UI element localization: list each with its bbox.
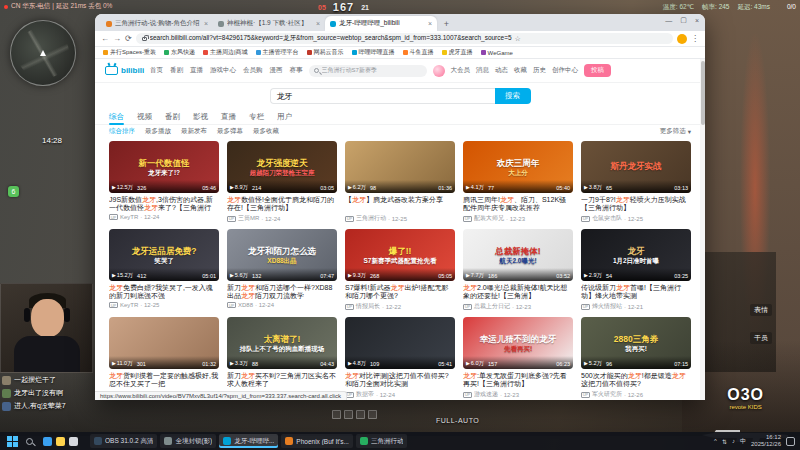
bookmark-item[interactable]: 主播周边|商城 [203, 48, 248, 57]
browser-tab[interactable]: 龙牙-哔哩哔哩_bilibili × [325, 16, 437, 31]
header-nav-item[interactable]: 直播 [190, 66, 203, 75]
sort-option[interactable]: 最多收藏 [253, 127, 279, 136]
bookmark-item[interactable]: 网易云音乐 [307, 48, 344, 57]
video-uploader[interactable]: UP 情报局长 12-22 [345, 302, 455, 311]
video-thumbnail[interactable]: ▶11.0万 301 01:32 [109, 317, 219, 369]
taskbar-app-button[interactable]: 龙牙-哔哩哔... [219, 434, 278, 448]
bilibili-logo[interactable]: bilibili [105, 66, 144, 75]
bookmark-item[interactable]: 哔哩哔哩直播 [352, 48, 395, 57]
video-card[interactable]: 欢庆三周年 大上分 ▶4.1万 77 05:40 腾讯三周年!龙牙、陌刀、S12… [463, 141, 573, 223]
video-thumbnail[interactable]: ▶4.8万 109 05:41 [345, 317, 455, 369]
tray-caret-icon[interactable]: ^ [714, 438, 717, 444]
video-uploader[interactable]: UP 三角洲行动 12-25 [345, 214, 455, 223]
forward-icon[interactable]: → [113, 35, 121, 43]
sort-option[interactable]: 最多播放 [145, 127, 171, 136]
header-nav-item[interactable]: 番剧 [170, 66, 183, 75]
header-nav-item[interactable]: 会员购 [243, 66, 263, 75]
video-uploader[interactable]: UP KeyTR 12-24 [109, 214, 219, 220]
video-thumbnail[interactable]: 欢庆三周年 大上分 ▶4.1万 77 05:40 [463, 141, 573, 193]
game-menu-label[interactable]: 表情 [750, 304, 772, 316]
scrollbar-thumb[interactable] [701, 61, 705, 125]
tab-close-icon[interactable]: × [316, 20, 320, 27]
video-uploader[interactable]: UP 配装大师兄 12-23 [463, 214, 573, 223]
video-title[interactable]: 龙牙货到!摸着一定要的触感极好,我忍不住又买了一把 [109, 372, 219, 388]
header-nav-item[interactable]: 漫画 [270, 66, 283, 75]
video-title[interactable]: 传说级新刀龙牙首曝!【三角洲行动】烽火地带实测 [581, 284, 691, 300]
search-input[interactable]: 龙牙 [270, 88, 495, 104]
bookmark-star-icon[interactable]: ☆ [515, 35, 521, 42]
video-uploader[interactable]: UP 游戏速递 12-23 [463, 390, 573, 399]
clock[interactable]: 16:12 2025/12/26 [751, 434, 781, 448]
result-tab[interactable]: 影视 [193, 109, 208, 125]
browser-menu-icon[interactable]: ⋮ [691, 35, 699, 43]
video-title[interactable]: 一刀9千8?!龙牙轻喷火力压制实战【三角洲行动】 [581, 196, 691, 212]
video-title[interactable]: 500次才能买的龙牙!都是锻造龙牙这把刀值不值得买? [581, 372, 691, 388]
video-title[interactable]: J9S新数值龙牙,3倍伤害的武器,新一代数值怪龙牙来了?【三角洲行动】 [109, 196, 219, 212]
browser-tab[interactable]: 神棍神棍·【1.9 下载·社区】 × [213, 16, 325, 31]
video-title[interactable]: 龙牙数值怪!全面优于腾龙和陌刀的存在!【三角洲行动】 [227, 196, 337, 212]
taskbar-app-button[interactable]: 全境封锁(影) [160, 434, 216, 448]
video-uploader[interactable]: UP 仓鼠突击队 12-25 [581, 214, 691, 223]
video-thumbnail[interactable]: 幸运儿猜不到的龙牙 先看再买! ▶6.0万 157 06:23 [463, 317, 573, 369]
header-action-item[interactable]: 消息 [476, 66, 489, 75]
game-menu-label[interactable]: 干员 [750, 332, 772, 344]
video-card[interactable]: 龙牙和陌刀怎么选 XD88出品 ▶5.6万 132 07:47 新刀龙牙和陌刀选… [227, 229, 337, 311]
video-card[interactable]: 斯丹龙牙实战 ▶3.8万 65 03:13 一刀9千8?!龙牙轻喷火力压制实战【… [581, 141, 691, 223]
header-nav-item[interactable]: 游戏中心 [210, 66, 236, 75]
header-nav-item[interactable]: 首页 [150, 66, 163, 75]
video-card[interactable]: 总裁新掩体! 航天2.0曝光! ▶7.7万 186 03:52 龙牙2.0曝光!… [463, 229, 573, 311]
header-action-item[interactable]: 创作中心 [552, 66, 578, 75]
video-title[interactable]: 龙牙2.0曝光!总裁新掩体!航天比想象的还要扯!【三角洲】 [463, 284, 573, 300]
video-title[interactable]: 新刀龙牙买不到?三角洲刀区实名不求人教程来了 [227, 372, 337, 388]
video-card[interactable]: ▶4.8万 109 05:41 龙牙对比评测|这把刀值不值得买?和陌刀全面对比实… [345, 317, 455, 399]
video-title[interactable]: 龙牙对比评测|这把刀值不值得买?和陌刀全面对比实测 [345, 372, 455, 388]
notification-icon[interactable] [786, 437, 795, 446]
result-tab[interactable]: 综合 [109, 109, 124, 125]
bookmark-item[interactable]: WeGame [481, 50, 513, 56]
taskbar-app-button[interactable]: OBS 31.0.2 高清 [90, 434, 157, 448]
video-card[interactable]: 幸运儿猜不到的龙牙 先看再买! ▶6.0万 157 06:23 龙牙:单发无敌蛋… [463, 317, 573, 399]
network-icon[interactable]: ⇅ [722, 438, 727, 445]
pinned-app-icon[interactable] [69, 437, 78, 446]
video-uploader[interactable]: UP XD88 12-24 [227, 302, 337, 308]
address-bar[interactable]: search.bilibili.com/all?vt=84296175&keyw… [136, 33, 673, 44]
upload-button[interactable]: 投稿 [584, 64, 611, 77]
video-thumbnail[interactable]: 龙牙和陌刀怎么选 XD88出品 ▶5.6万 132 07:47 [227, 229, 337, 281]
header-action-item[interactable]: 历史 [533, 66, 546, 75]
maximize-button[interactable]: ▢ [680, 16, 687, 24]
bookmark-item[interactable]: 斗鱼直播 [403, 48, 434, 57]
taskbar-search-icon[interactable] [26, 438, 33, 445]
video-uploader[interactable]: UP 烽火情报站 12-21 [581, 302, 691, 311]
video-card[interactable]: 新一代数值怪 龙牙来了!? ▶12.5万 326 05:46 J9S新数值龙牙,… [109, 141, 219, 223]
header-action-item[interactable]: 收藏 [514, 66, 527, 75]
tab-close-icon[interactable]: × [204, 20, 208, 27]
video-uploader[interactable]: UP 数据帝 12-24 [345, 390, 455, 399]
tab-close-icon[interactable]: × [428, 20, 432, 27]
sort-option[interactable]: 最多弹幕 [217, 127, 243, 136]
search-button[interactable]: 搜索 [495, 88, 531, 104]
minimize-button[interactable]: — [665, 17, 672, 24]
bookmark-item[interactable]: 并行Spaces-重装 [103, 48, 156, 57]
header-action-item[interactable]: 动态 [495, 66, 508, 75]
result-tab[interactable]: 视频 [137, 109, 152, 125]
video-thumbnail[interactable]: 太离谱了! 排队上不了号的狗血断播现场 ▶3.3万 88 04:43 [227, 317, 337, 369]
video-card[interactable]: 龙牙强度逆天 超越陌刀荣登枪王宝座 ▶8.9万 214 03:05 龙牙数值怪!… [227, 141, 337, 223]
video-card[interactable]: ▶6.2万 98 01:36 【龙牙】腾龙武器改装方案分享 UP 三角洲行动 1… [345, 141, 455, 223]
header-nav-item[interactable]: 赛事 [290, 66, 303, 75]
video-thumbnail[interactable]: 总裁新掩体! 航天2.0曝光! ▶7.7万 186 03:52 [463, 229, 573, 281]
video-uploader[interactable]: UP KeyTR 12-25 [109, 302, 219, 308]
bookmark-item[interactable]: 主播管理平台 [256, 48, 299, 57]
result-tab[interactable]: 专栏 [249, 109, 264, 125]
video-thumbnail[interactable]: 龙牙强度逆天 超越陌刀荣登枪王宝座 ▶8.9万 214 03:05 [227, 141, 337, 193]
video-card[interactable]: 龙牙运品居免费? 笑哭了 ▶15.2万 412 05:01 龙牙免费白嫖?我笑哭… [109, 229, 219, 311]
page-scrollbar[interactable] [700, 59, 705, 400]
sort-option[interactable]: 综合排序 [109, 127, 135, 136]
volume-icon[interactable]: ♪ [732, 438, 735, 444]
user-avatar[interactable] [433, 65, 445, 77]
video-thumbnail[interactable]: ▶6.2万 98 01:36 [345, 141, 455, 193]
video-title[interactable]: 龙牙:单发无敌蛋刀到底多强?先看再买!【三角洲行动】 [463, 372, 573, 388]
browser-tab[interactable]: 三角洲行动-说·购物-角色介绍 × [101, 16, 213, 31]
back-icon[interactable]: ← [101, 35, 109, 43]
video-thumbnail[interactable]: 爆了!! S7新赛季武器配置抢先看 ▶9.3万 268 05:05 [345, 229, 455, 281]
bookmark-item[interactable]: 东风快递 [164, 48, 195, 57]
